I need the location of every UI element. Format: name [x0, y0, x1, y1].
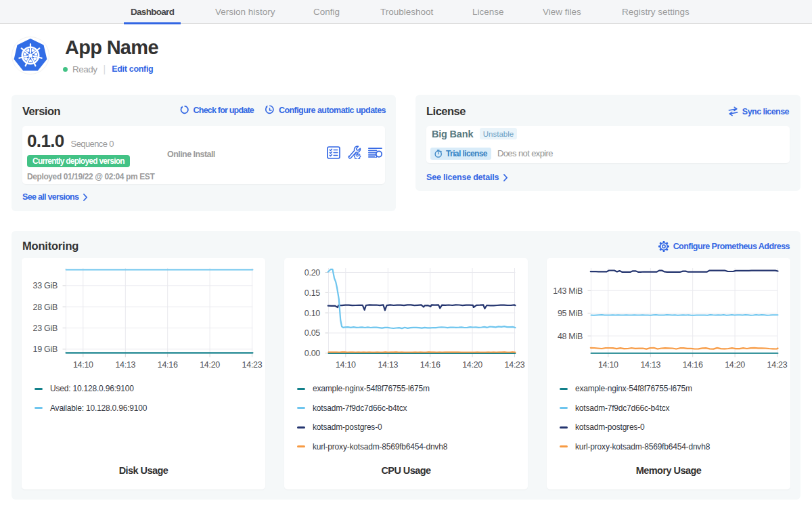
- svg-text:0.00: 0.00: [304, 349, 320, 358]
- svg-text:33 GiB: 33 GiB: [33, 281, 58, 290]
- svg-text:14:23: 14:23: [242, 360, 263, 370]
- svg-text:28 GiB: 28 GiB: [33, 303, 58, 312]
- svg-text:14:13: 14:13: [640, 360, 660, 370]
- svg-text:48 MiB: 48 MiB: [558, 332, 583, 341]
- svg-text:0.05: 0.05: [304, 328, 320, 338]
- svg-text:14:23: 14:23: [505, 360, 525, 370]
- svg-text:0.10: 0.10: [304, 309, 320, 318]
- svg-text:14:20: 14:20: [200, 360, 220, 370]
- svg-text:19 GiB: 19 GiB: [33, 345, 58, 354]
- svg-text:14:10: 14:10: [598, 360, 618, 370]
- svg-text:143 MiB: 143 MiB: [553, 286, 583, 296]
- svg-text:14:20: 14:20: [462, 360, 482, 370]
- svg-text:95 MiB: 95 MiB: [558, 309, 583, 318]
- svg-text:14:10: 14:10: [73, 360, 93, 370]
- svg-text:14:16: 14:16: [158, 360, 178, 370]
- svg-text:23 GiB: 23 GiB: [33, 324, 58, 333]
- svg-text:0.20: 0.20: [304, 268, 320, 278]
- svg-text:14:16: 14:16: [420, 360, 441, 370]
- svg-text:14:13: 14:13: [378, 360, 398, 370]
- svg-text:14:10: 14:10: [336, 360, 356, 370]
- svg-text:14:23: 14:23: [767, 360, 788, 370]
- svg-text:14:16: 14:16: [683, 360, 703, 370]
- svg-text:14:20: 14:20: [725, 360, 745, 370]
- svg-text:14:13: 14:13: [115, 360, 135, 370]
- svg-text:0.15: 0.15: [304, 288, 320, 298]
